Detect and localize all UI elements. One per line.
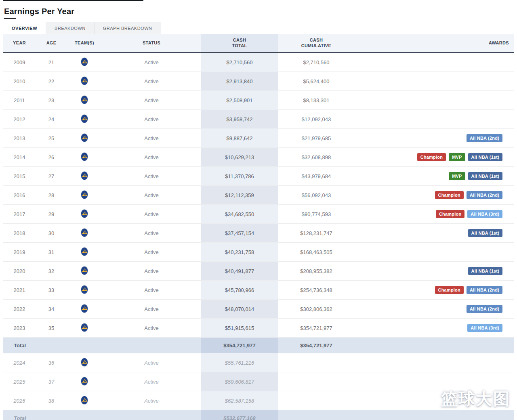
table-row-2015: 201527Active$11,370,786$43,979,684MVPAll… bbox=[3, 167, 514, 186]
award-badge-all_nba_3rd: All NBA (3rd) bbox=[467, 210, 502, 218]
year-cell: 2012 bbox=[3, 116, 36, 122]
warriors-team-logo-icon[interactable] bbox=[81, 228, 88, 237]
award-badge-all_nba_1st: All NBA (1st) bbox=[468, 153, 502, 161]
age-cell: 32 bbox=[36, 268, 67, 274]
warriors-team-logo-icon[interactable] bbox=[81, 396, 88, 405]
warriors-team-logo-icon[interactable] bbox=[81, 152, 88, 161]
warriors-team-logo-icon[interactable] bbox=[81, 190, 88, 199]
status-cell: Active bbox=[102, 154, 201, 160]
table-row-2019: 201931Active$40,231,758$168,463,505 bbox=[3, 243, 514, 262]
col-year: YEAR bbox=[3, 40, 36, 46]
table-row-2012: 201224Active$3,958,742$12,092,043 bbox=[3, 110, 514, 129]
cash-cumulative-cell: $32,608,898 bbox=[278, 154, 355, 160]
year-cell: 2014 bbox=[3, 154, 36, 160]
age-cell: 36 bbox=[36, 360, 67, 366]
status-cell: Active bbox=[102, 97, 201, 103]
warriors-team-logo-icon[interactable] bbox=[81, 114, 88, 123]
age-cell: 29 bbox=[36, 211, 67, 217]
table-row-2014: 201426Active$10,629,213$32,608,898Champi… bbox=[3, 148, 514, 167]
status-cell: Active bbox=[102, 230, 201, 236]
cash-total-cell: $11,370,786 bbox=[201, 167, 278, 185]
status-cell: Active bbox=[102, 268, 201, 274]
year-cell: 2016 bbox=[3, 192, 36, 198]
top-divider bbox=[3, 0, 143, 1]
team-cell bbox=[67, 190, 102, 200]
year-cell: 2009 bbox=[3, 59, 36, 65]
cash-cumulative-cell: $128,231,747 bbox=[278, 230, 355, 236]
tab-overview[interactable]: OVERVIEW bbox=[3, 22, 46, 34]
tab-breakdown[interactable]: BREAKDOWN bbox=[46, 22, 95, 34]
table-row-2026: 202638Active$62,587,158 bbox=[3, 391, 514, 410]
table-row-2010: 201022Active$2,913,840$5,624,400 bbox=[3, 72, 514, 91]
team-cell bbox=[67, 266, 102, 276]
year-cell: 2019 bbox=[3, 249, 36, 255]
award-badge-all_nba_2nd: All NBA (2nd) bbox=[467, 305, 502, 313]
warriors-team-logo-icon[interactable] bbox=[81, 209, 88, 218]
cash-cumulative-cell: $90,774,593 bbox=[278, 211, 355, 217]
team-cell bbox=[67, 114, 102, 124]
tab-graph-breakdown[interactable]: GRAPH BREAKDOWN bbox=[95, 22, 161, 34]
cash-total-cell: $51,915,615 bbox=[201, 319, 278, 337]
award-badge-champion: Champion bbox=[435, 191, 464, 199]
year-cell: 2025 bbox=[3, 379, 36, 385]
age-cell: 26 bbox=[36, 154, 67, 160]
table-row-2022: 202234Active$48,070,014$302,806,362All N… bbox=[3, 300, 514, 319]
warriors-team-logo-icon[interactable] bbox=[81, 285, 88, 294]
team-cell bbox=[67, 209, 102, 219]
warriors-team-logo-icon[interactable] bbox=[81, 95, 88, 104]
cash-cumulative-cell: $354,721,977 bbox=[278, 325, 355, 331]
status-cell: Active bbox=[102, 325, 201, 331]
status-cell: Active bbox=[102, 211, 201, 217]
table-row-2009: 200921Active$2,710,560$2,710,560 bbox=[3, 53, 514, 72]
award-badge-all_nba_3rd: All NBA (3rd) bbox=[467, 324, 502, 332]
team-cell bbox=[67, 171, 102, 181]
team-cell bbox=[67, 304, 102, 314]
cash-cumulative-cell: $8,133,301 bbox=[278, 97, 355, 103]
table-row-2017: 201729Active$34,682,550$90,774,593Champi… bbox=[3, 205, 514, 224]
team-cell bbox=[67, 152, 102, 162]
status-cell: Active bbox=[102, 379, 201, 385]
age-cell: 30 bbox=[36, 230, 67, 236]
age-cell: 37 bbox=[36, 379, 67, 385]
team-cell bbox=[67, 228, 102, 238]
year-cell: 2021 bbox=[3, 287, 36, 293]
age-cell: 24 bbox=[36, 116, 67, 122]
cash-total-cell: $37,457,154 bbox=[201, 224, 278, 242]
team-cell bbox=[67, 285, 102, 295]
col-awards: AWARDS bbox=[355, 40, 514, 46]
cash-total-cell: $34,682,550 bbox=[201, 205, 278, 223]
age-cell: 38 bbox=[36, 398, 67, 404]
status-cell: Active bbox=[102, 59, 201, 65]
table-row-2020: 202032Active$40,491,877$208,955,382All N… bbox=[3, 262, 514, 281]
cash-total-cell: $40,491,877 bbox=[201, 262, 278, 280]
award-badge-all_nba_1st: All NBA (1st) bbox=[468, 267, 502, 275]
awards-cell: All NBA (3rd) bbox=[355, 324, 514, 332]
warriors-team-logo-icon[interactable] bbox=[81, 57, 88, 66]
award-badge-all_nba_1st: All NBA (1st) bbox=[468, 229, 502, 237]
award-badge-mvp: MVP bbox=[449, 153, 465, 161]
warriors-team-logo-icon[interactable] bbox=[81, 133, 88, 142]
warriors-team-logo-icon[interactable] bbox=[81, 247, 88, 256]
cash-total-cell: $45,780,966 bbox=[201, 281, 278, 299]
cash-total-cell: $2,508,901 bbox=[201, 91, 278, 109]
tab-bar: OVERVIEW BREAKDOWN GRAPH BREAKDOWN bbox=[3, 22, 514, 34]
year-cell: 2018 bbox=[3, 230, 36, 236]
award-badge-all_nba_2nd: All NBA (2nd) bbox=[467, 134, 502, 142]
warriors-team-logo-icon[interactable] bbox=[81, 377, 88, 386]
status-cell: Active bbox=[102, 398, 201, 404]
col-status: STATUS bbox=[102, 40, 201, 46]
awards-cell: All NBA (1st) bbox=[355, 229, 514, 237]
warriors-team-logo-icon[interactable] bbox=[81, 266, 88, 275]
total-cash-cumulative-cell: $354,721,977 bbox=[278, 342, 355, 349]
table-row-2024: 202436Active$55,761,216 bbox=[3, 353, 514, 372]
warriors-team-logo-icon[interactable] bbox=[81, 323, 88, 332]
awards-cell: All NBA (1st) bbox=[355, 267, 514, 275]
warriors-team-logo-icon[interactable] bbox=[81, 171, 88, 180]
warriors-team-logo-icon[interactable] bbox=[81, 304, 88, 313]
status-cell: Active bbox=[102, 116, 201, 122]
awards-cell: ChampionMVPAll NBA (1st) bbox=[355, 153, 514, 161]
cash-total-cell: $10,629,213 bbox=[201, 148, 278, 166]
warriors-team-logo-icon[interactable] bbox=[81, 76, 88, 85]
warriors-team-logo-icon[interactable] bbox=[81, 358, 88, 367]
cash-total-cell: $55,761,216 bbox=[201, 353, 278, 372]
